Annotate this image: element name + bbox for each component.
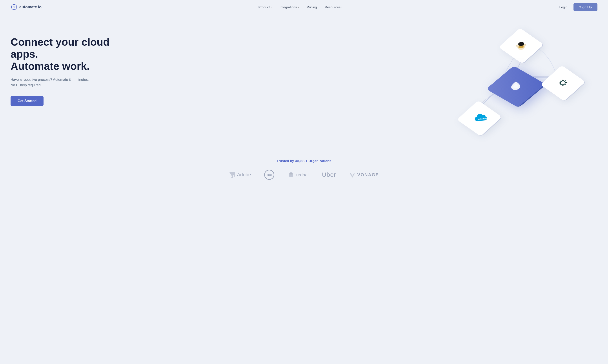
nav-link-resources[interactable]: Resources ▾: [325, 5, 343, 9]
logo-intel: intel: [264, 170, 274, 180]
card-center-content: [506, 79, 525, 94]
nav-item-product[interactable]: Product ▾: [258, 5, 272, 9]
card-salesforce-content: salesforce: [472, 113, 487, 124]
hero-section: Connect your cloud apps. Automate work. …: [0, 14, 608, 137]
hero-title: Connect your cloud apps. Automate work.: [11, 36, 116, 72]
hero-illustration: salesforce: [437, 18, 608, 146]
vonage-label: VONAGE: [357, 172, 379, 177]
trusted-section: Trusted by 30,000+ Organizations Adobe i…: [0, 150, 608, 189]
intel-ring-icon: intel: [264, 170, 274, 180]
card-mailchimp-content: [514, 39, 528, 52]
svg-point-0: [14, 7, 15, 8]
nav-item-integrations[interactable]: Integrations ▾: [280, 5, 299, 9]
hero-subtitle: Have a repetitive process? Automate it i…: [11, 77, 116, 88]
svg-point-11: [524, 44, 526, 46]
logo-redhat: redhat: [288, 172, 309, 178]
nav-links: Product ▾ Integrations ▾ Pricing Resourc…: [258, 5, 343, 9]
salesforce-icon: salesforce: [472, 113, 487, 123]
svg-point-10: [516, 45, 519, 47]
redhat-label: redhat: [296, 172, 309, 177]
trusted-title: Trusted by 30,000+ Organizations: [11, 159, 597, 163]
card-mailchimp: [498, 28, 544, 64]
uber-label: Uber: [322, 171, 336, 178]
adobe-label: Adobe: [237, 172, 251, 178]
logo-adobe: Adobe: [229, 172, 251, 178]
nav-link-integrations[interactable]: Integrations ▾: [280, 5, 299, 9]
trello-icon: [555, 78, 570, 88]
redhat-icon: [288, 172, 295, 178]
chevron-down-icon: ▾: [341, 6, 343, 8]
signup-button[interactable]: Sign Up: [573, 3, 597, 11]
card-right-content: [555, 78, 570, 89]
iso-scene: salesforce: [437, 18, 608, 146]
card-automate-center: [486, 66, 545, 107]
logo-vonage: VONAGE: [349, 172, 379, 178]
logo[interactable]: automate.io: [11, 3, 41, 11]
logo-icon: [11, 3, 18, 11]
automate-center-icon: [506, 79, 525, 93]
nav-item-pricing[interactable]: Pricing: [307, 5, 317, 9]
chevron-down-icon: ▾: [271, 6, 272, 8]
vonage-icon: [349, 172, 355, 178]
trusted-logos: Adobe intel redhat Uber: [11, 170, 597, 180]
mailchimp-icon: [514, 39, 528, 51]
hero-text: Connect your cloud apps. Automate work. …: [11, 27, 116, 106]
navbar: automate.io Product ▾ Integrations ▾ Pri…: [0, 0, 608, 14]
card-salesforce: salesforce: [457, 100, 502, 136]
logo-text: automate.io: [19, 5, 41, 9]
chevron-down-icon: ▾: [298, 6, 299, 8]
nav-item-resources[interactable]: Resources ▾: [325, 5, 343, 9]
nav-link-product[interactable]: Product ▾: [258, 5, 272, 9]
get-started-button[interactable]: Get Started: [11, 96, 43, 106]
login-link[interactable]: Login: [559, 5, 567, 9]
logo-uber: Uber: [322, 171, 336, 178]
nav-link-pricing[interactable]: Pricing: [307, 5, 317, 9]
nav-right: Login Sign Up: [559, 3, 597, 11]
adobe-icon: [229, 172, 235, 178]
card-trello: [540, 65, 586, 101]
